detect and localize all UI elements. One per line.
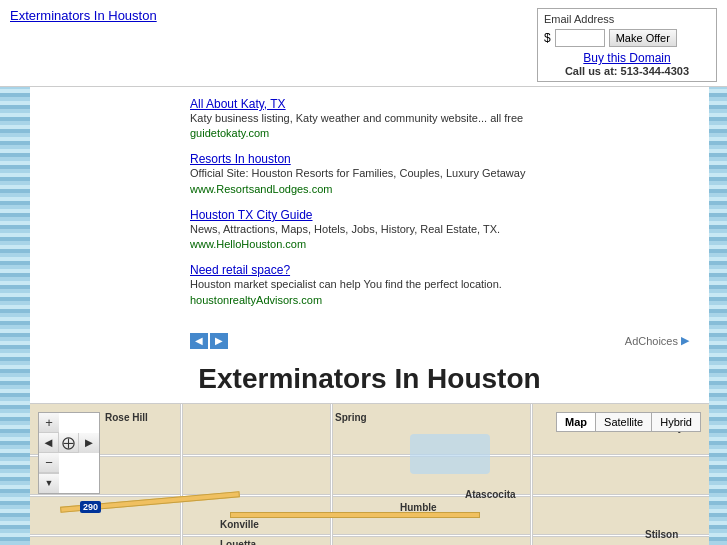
- main-area: All About Katy, TX Katy business listing…: [0, 87, 727, 545]
- top-bar: Exterminators In Houston Email Address $…: [0, 0, 727, 87]
- email-label: Email Address: [544, 13, 710, 25]
- map-label-rosehill: Rose Hill: [105, 412, 148, 423]
- map-type-buttons: Map Satellite Hybrid: [556, 412, 701, 432]
- pan-right-button[interactable]: ►: [79, 433, 99, 453]
- offer-row: $ Make Offer: [544, 29, 710, 47]
- ads-section: All About Katy, TX Katy business listing…: [30, 87, 709, 329]
- make-offer-button[interactable]: Make Offer: [609, 29, 677, 47]
- ad-title[interactable]: All About Katy, TX: [190, 97, 286, 111]
- ad-item: Need retail space? Houston market specia…: [190, 263, 689, 306]
- map-label-spring: Spring: [335, 412, 367, 423]
- ad-desc: Official Site: Houston Resorts for Famil…: [190, 167, 525, 179]
- nav-next-button[interactable]: ▶: [210, 333, 228, 349]
- map-controls: + ◄ ⨁ ► − ▼: [38, 412, 100, 494]
- nav-arrows: ◀ ▶: [190, 333, 228, 349]
- right-sidebar: [709, 87, 727, 545]
- ad-desc: Houston market specialist can help You f…: [190, 278, 502, 290]
- domain-box: Email Address $ Make Offer Buy this Doma…: [537, 8, 717, 82]
- ad-title[interactable]: Need retail space?: [190, 263, 290, 277]
- adchoices-icon: ▶: [681, 334, 689, 347]
- ad-item: Houston TX City Guide News, Attractions,…: [190, 208, 689, 251]
- ad-item: All About Katy, TX Katy business listing…: [190, 97, 689, 140]
- map-label-humble: Humble: [400, 502, 437, 513]
- pan-center-button[interactable]: ⨁: [59, 433, 79, 453]
- buy-domain-link[interactable]: Buy this Domain: [544, 51, 710, 65]
- adchoices-text: AdChoices: [625, 335, 678, 347]
- ad-title[interactable]: Resorts In houston: [190, 152, 291, 166]
- pan-left-button[interactable]: ◄: [39, 433, 59, 453]
- call-us-text: Call us at: 513-344-4303: [544, 65, 710, 77]
- map-label-atascocita: Atascocita: [465, 489, 516, 500]
- page-heading: Exterminators In Houston: [30, 353, 709, 403]
- pan-down-button[interactable]: ▼: [39, 473, 59, 493]
- adchoices-label: AdChoices ▶: [625, 334, 689, 347]
- ad-desc: News, Attractions, Maps, Hotels, Jobs, H…: [190, 223, 500, 235]
- ad-url: www.HelloHouston.com: [190, 238, 306, 250]
- center-content: All About Katy, TX Katy business listing…: [30, 87, 709, 545]
- zoom-in-button[interactable]: +: [39, 413, 59, 433]
- dollar-sign: $: [544, 31, 551, 45]
- offer-input[interactable]: [555, 29, 605, 47]
- ad-title[interactable]: Houston TX City Guide: [190, 208, 313, 222]
- map-section: 290 Rose Hill Spring Dayton Atascocita H…: [30, 403, 709, 545]
- ad-desc: Katy business listing, Katy weather and …: [190, 112, 523, 124]
- map-label-louetta: Louetta: [220, 539, 256, 545]
- site-title-link[interactable]: Exterminators In Houston: [10, 8, 157, 23]
- ad-url: guidetokaty.com: [190, 127, 269, 139]
- nav-prev-button[interactable]: ◀: [190, 333, 208, 349]
- map-label-konville: Konville: [220, 519, 259, 530]
- zoom-out-button[interactable]: −: [39, 453, 59, 473]
- adchoices-bar: ◀ ▶ AdChoices ▶: [30, 329, 709, 353]
- ad-url: www.ResortsandLodges.com: [190, 183, 332, 195]
- map-type-map[interactable]: Map: [557, 413, 596, 431]
- ad-item: Resorts In houston Official Site: Housto…: [190, 152, 689, 195]
- map-label-stilson: Stilson: [645, 529, 678, 540]
- map-type-hybrid[interactable]: Hybrid: [652, 413, 700, 431]
- left-sidebar: [0, 87, 30, 545]
- ad-url: houstonrealtyAdvisors.com: [190, 294, 322, 306]
- map-type-satellite[interactable]: Satellite: [596, 413, 652, 431]
